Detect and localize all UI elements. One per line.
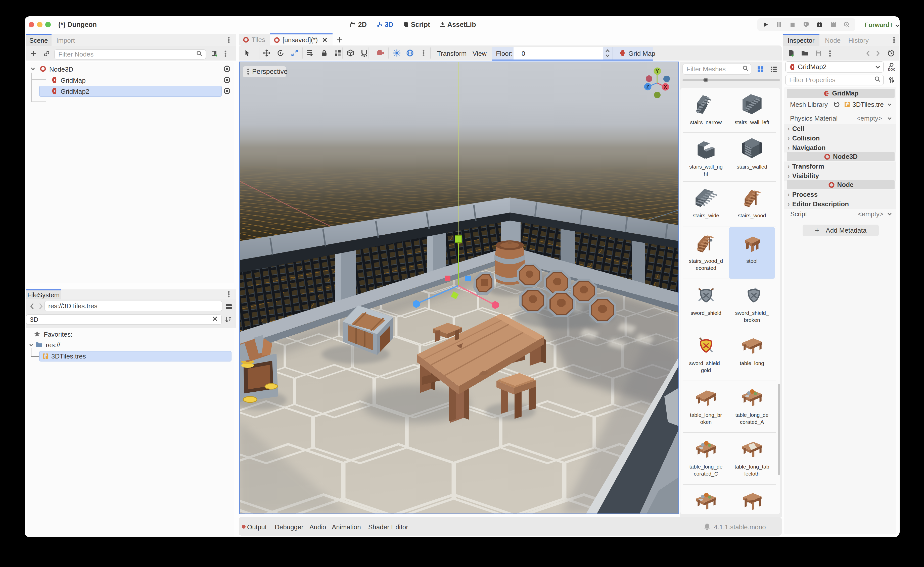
svg-text:Z: Z xyxy=(646,84,649,89)
svg-text:Perspective: Perspective xyxy=(252,68,288,75)
svg-text:Y: Y xyxy=(655,68,659,74)
svg-text:DOC: DOC xyxy=(888,68,895,71)
svg-text:X: X xyxy=(664,84,667,90)
